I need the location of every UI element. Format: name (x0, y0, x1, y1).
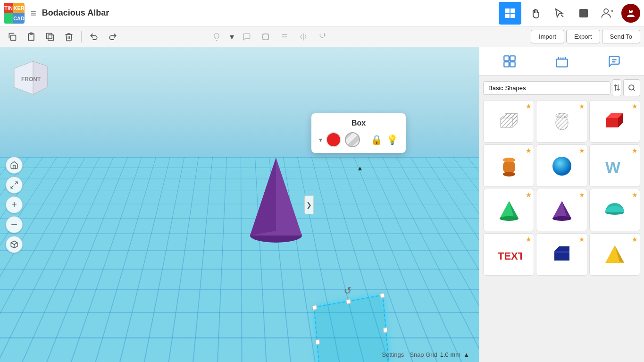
undo-btn[interactable] (85, 28, 102, 45)
home-view-btn[interactable] (6, 157, 23, 174)
sort-selector-icon[interactable]: ⇅ (612, 79, 621, 96)
main-area: FRONT + − (0, 47, 644, 362)
popup-title: Box (319, 119, 398, 127)
tinkercad-logo[interactable]: TIN KER CAD (4, 3, 25, 24)
fit-view-btn[interactable] (6, 177, 23, 194)
avatar-btn[interactable] (621, 4, 640, 23)
shapes-grid: ★ (483, 100, 640, 276)
3d-view-btn[interactable] (6, 236, 23, 253)
logo-ker: KER (13, 3, 25, 13)
ruler-btn[interactable] (551, 50, 573, 73)
star-badge-7: ★ (526, 191, 532, 199)
expand-panel-btn[interactable]: ❯ (304, 195, 314, 214)
orange-cylinder-shape (494, 152, 523, 180)
shape-category-selector[interactable]: Basic Shapes (483, 81, 611, 95)
settings-label[interactable]: Settings (382, 351, 404, 358)
menu-icon[interactable]: ≡ (30, 7, 36, 19)
shape-red-box[interactable]: ★ (589, 100, 640, 143)
canvas-area[interactable]: FRONT + − (0, 47, 479, 362)
lightbulb-dropdown[interactable]: ▾ (227, 28, 236, 45)
shape-w-letter[interactable]: ★ W (589, 144, 640, 187)
nav-block-btn[interactable] (572, 2, 595, 25)
star-badge-11: ★ (579, 236, 585, 243)
shape-teal-half-sphere[interactable]: ★ (589, 189, 640, 231)
add-user-btn[interactable] (597, 3, 618, 24)
nav-pan-btn[interactable] (523, 2, 546, 25)
handle-left-mid[interactable] (315, 339, 320, 345)
notes-btn[interactable] (603, 50, 626, 73)
star-badge-6: ★ (632, 147, 638, 154)
lightbulb-btn[interactable] (208, 28, 225, 45)
cone-object[interactable] (245, 148, 307, 243)
shape-orange-cylinder[interactable]: ★ (483, 144, 534, 187)
nav-grid-btn[interactable] (499, 2, 521, 25)
grid-view-btn[interactable] (498, 50, 521, 73)
svg-rect-36 (504, 62, 509, 67)
star-badge-12: ★ (632, 236, 638, 243)
svg-rect-34 (504, 56, 509, 60)
solid-color-btn[interactable] (326, 132, 341, 147)
svg-rect-16 (48, 34, 54, 40)
shape-yellow-triangle[interactable]: ★ (589, 233, 640, 276)
zoom-in-btn[interactable]: + (6, 196, 23, 213)
svg-line-27 (11, 185, 13, 188)
shape-cylinder-hole[interactable]: ★ (536, 100, 587, 143)
navy-block-shape (547, 240, 576, 269)
export-btn[interactable]: Export (566, 30, 600, 43)
shape-blue-sphere[interactable]: ★ (536, 144, 587, 187)
w-letter-shape: W (601, 152, 629, 180)
project-title[interactable]: Bodacious Albar (42, 8, 497, 18)
search-shapes-btn[interactable] (623, 79, 640, 96)
handle-top-right[interactable] (380, 293, 385, 298)
svg-rect-3 (510, 14, 515, 18)
popup-dropdown-arrow[interactable]: ▾ (319, 136, 322, 143)
svg-rect-5 (579, 9, 588, 17)
svg-point-59 (503, 172, 515, 177)
rotate-handle[interactable]: ↺ (343, 285, 352, 297)
magnetic-btn[interactable] (314, 28, 331, 45)
handle-top-left[interactable] (312, 305, 317, 311)
import-btn[interactable]: Import (531, 30, 564, 43)
shape-purple-cone[interactable]: ★ (536, 189, 587, 231)
paste-btn[interactable] (23, 28, 40, 45)
height-indicator: ▲ (357, 164, 363, 172)
bulb-icon[interactable]: 💡 (386, 134, 398, 145)
cylinder-hole-shape (547, 107, 576, 135)
handle-top-mid[interactable] (346, 299, 351, 304)
snap-grid-up-arrow[interactable]: ▲ (463, 351, 469, 358)
star-badge-8: ★ (579, 191, 585, 199)
shape-navy-block[interactable]: ★ (536, 233, 587, 276)
star-badge-10: ★ (526, 236, 532, 243)
copy-btn[interactable] (4, 28, 21, 45)
lock-icon[interactable]: 🔒 (371, 134, 383, 145)
redo-btn[interactable] (104, 28, 121, 45)
circle-rect-btn[interactable] (257, 28, 274, 45)
shape-green-pyramid[interactable]: ★ (483, 189, 534, 231)
svg-rect-1 (510, 8, 515, 13)
duplicate-btn[interactable] (42, 28, 59, 45)
snap-grid-value[interactable]: 1.0 mm (440, 351, 460, 358)
svg-rect-10 (11, 35, 16, 40)
top-navbar: TIN KER CAD ≡ Bodacious Albar (0, 0, 644, 26)
nav-pick-btn[interactable] (548, 2, 570, 25)
green-pyramid-shape (494, 196, 523, 224)
sendto-btn[interactable]: Send To (602, 30, 640, 43)
teal-half-sphere-shape (601, 196, 629, 224)
shape-red-text[interactable]: ★ TEXT (483, 233, 534, 276)
delete-btn[interactable] (60, 28, 77, 45)
action-buttons: Import Export Send To (531, 30, 640, 43)
handle-right-mid[interactable] (383, 327, 388, 333)
logo-x (4, 13, 13, 24)
popup-lock-light: 🔒 💡 (371, 134, 398, 145)
selected-box-object[interactable]: ↺ (314, 295, 390, 362)
zoom-out-btn[interactable]: − (6, 216, 23, 233)
mirror-btn[interactable] (295, 28, 312, 45)
speech-btn[interactable] (238, 28, 255, 45)
shape-box-hole[interactable]: ★ (483, 100, 534, 143)
svg-point-67 (552, 216, 571, 221)
svg-rect-38 (556, 59, 567, 67)
hole-color-btn[interactable] (345, 132, 360, 147)
align-btn[interactable] (276, 28, 293, 45)
svg-line-46 (633, 89, 635, 91)
logo-tin: TIN (4, 3, 13, 13)
